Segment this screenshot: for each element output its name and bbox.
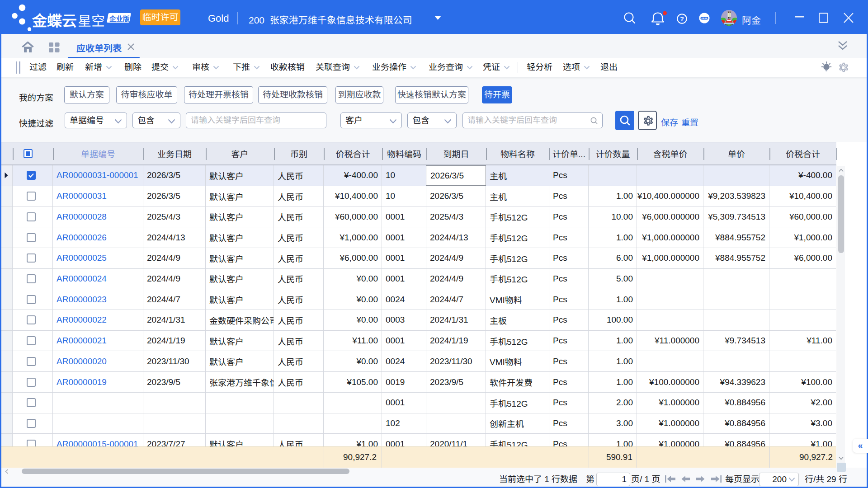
svg-text:?: ?	[680, 15, 684, 23]
